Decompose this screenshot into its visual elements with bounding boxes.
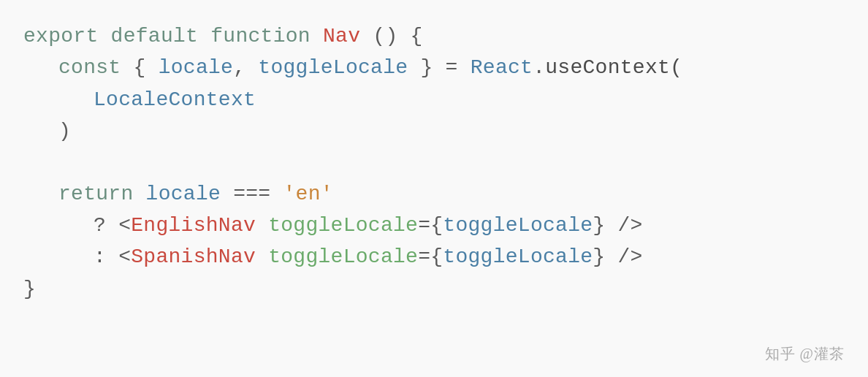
code-token: } [23, 273, 36, 305]
code-token: , [233, 52, 258, 83]
blank-line [23, 148, 845, 178]
code-token: ={ [418, 210, 443, 241]
code-line: ) [23, 115, 845, 147]
code-token: { [121, 52, 158, 83]
code-token: /> [605, 241, 642, 273]
code-line: return locale === 'en' [23, 178, 845, 210]
code-line: : <SpanishNav toggleLocale={toggleLocale… [23, 241, 845, 273]
code-token: === [233, 178, 270, 210]
code-container: export default function Nav () {const { … [0, 0, 868, 377]
code-token: return [58, 178, 134, 210]
watermark: 知乎 @灌茶 [765, 344, 845, 364]
code-token: 'en' [270, 178, 332, 210]
code-token: ) [58, 115, 71, 147]
code-block: export default function Nav () {const { … [23, 20, 845, 305]
code-line: export default function Nav () { [23, 20, 845, 52]
code-line: const { locale, toggleLocale } = React.u… [23, 52, 845, 83]
code-token: } [593, 210, 605, 241]
code-token: const [58, 52, 121, 83]
code-token: ? [94, 210, 118, 241]
code-token: . [533, 52, 545, 83]
code-token: function [210, 20, 323, 52]
code-token: export [23, 20, 111, 52]
code-token: } = [408, 52, 470, 83]
code-line: LocaleContext [23, 84, 845, 115]
code-token: toggleLocale [268, 210, 418, 241]
code-token: locale [159, 52, 234, 83]
code-token: ={ [418, 241, 443, 273]
code-token: useContext( [545, 52, 682, 83]
code-token [256, 210, 268, 241]
code-token: < [118, 210, 131, 241]
code-token: /> [605, 210, 642, 241]
code-token: < [118, 241, 131, 273]
code-line: } [23, 273, 845, 305]
code-token: EnglishNav [131, 210, 256, 241]
code-line: ? <EnglishNav toggleLocale={toggleLocale… [23, 210, 845, 241]
code-token: Nav [323, 20, 360, 52]
code-token: } [593, 241, 605, 273]
code-token: default [111, 20, 211, 52]
code-token: : [94, 241, 118, 273]
code-token [256, 241, 268, 273]
code-token: toggleLocale [268, 241, 418, 273]
code-token: React [471, 52, 533, 83]
code-token: () { [360, 20, 422, 52]
code-token: locale [134, 178, 234, 210]
code-token: toggleLocale [443, 241, 593, 273]
code-token: LocaleContext [94, 84, 256, 115]
code-token: toggleLocale [443, 210, 593, 241]
code-token: SpanishNav [131, 241, 256, 273]
code-token: toggleLocale [258, 52, 408, 83]
